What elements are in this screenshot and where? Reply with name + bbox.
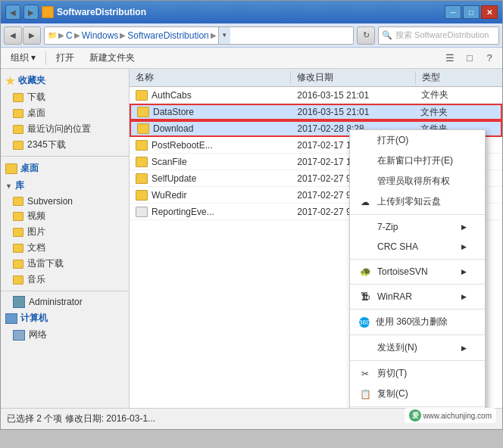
ctx-sep-1: [350, 214, 485, 215]
sidebar-item-subversion[interactable]: Subversion: [1, 194, 129, 208]
sidebar-item-music[interactable]: 音乐: [1, 272, 129, 288]
col-header-date[interactable]: 修改日期: [291, 71, 415, 84]
file-date-1: 2016-03-15 21:01: [292, 107, 415, 117]
sidebar-item-2345[interactable]: 2345下载: [1, 137, 129, 153]
section-arrow-library: ▼: [5, 182, 12, 190]
context-menu: 打开(O) 在新窗口中打开(E) 管理员取得所有权 ☁ 上传到零知云盘: [349, 129, 486, 408]
computer-section[interactable]: 计算机: [1, 310, 129, 327]
table-row[interactable]: AuthCabs 2016-03-15 21:01 文件夹: [130, 87, 502, 104]
ctx-sep-6: [350, 360, 485, 361]
ctx-upload-cloud[interactable]: ☁ 上传到零知云盘: [350, 191, 485, 212]
library-label: 库: [15, 179, 24, 192]
folder-icon-5: [136, 173, 148, 184]
file-date-0: 2016-03-15 21:01: [291, 90, 415, 101]
forward-button[interactable]: ▶: [23, 26, 41, 45]
breadcrumb-softwaredist[interactable]: SoftwareDistribution: [127, 30, 208, 41]
folder-icon-recent: [13, 125, 23, 134]
close-button[interactable]: ✕: [481, 5, 498, 19]
sidebar-item-desktop-fav[interactable]: 桌面: [1, 105, 129, 121]
sidebar-label-2345: 2345下载: [27, 138, 66, 151]
ctx-crc-label: CRC SHA: [377, 241, 418, 252]
ctx-sep-7: [350, 406, 485, 407]
ctx-cut[interactable]: ✂ 剪切(T): [350, 363, 485, 384]
search-bar[interactable]: 🔍 搜索 SoftwareDistribution: [378, 26, 499, 45]
sidebar-item-recent[interactable]: 最近访问的位置: [1, 121, 129, 137]
organize-button[interactable]: 组织 ▾: [5, 49, 41, 67]
file-type-1: 文件夹: [414, 106, 501, 119]
watermark-text: www.aichunjing.com: [423, 412, 492, 420]
search-icon: 🔍: [382, 30, 392, 40]
sidebar-item-pictures[interactable]: 图片: [1, 224, 129, 240]
ctx-send-to[interactable]: 发送到(N): [350, 338, 485, 358]
breadcrumb-windows[interactable]: Windows: [82, 30, 119, 41]
main-window: ◀ ▶ SoftwareDistribution ─ □ ✕ ◀ ▶ 📁 ▶ C…: [0, 0, 503, 430]
help-button[interactable]: ?: [481, 50, 498, 67]
ctx-360-icon: 360: [359, 317, 370, 328]
ctx-copy-label: 复制(C): [377, 387, 408, 400]
refresh-button[interactable]: ↻: [357, 26, 375, 45]
computer-label: 计算机: [20, 312, 48, 325]
sidebar-divider-1: [1, 156, 129, 157]
window-title: SoftwareDistribution: [57, 7, 146, 17]
breadcrumb-sep1: ▶: [58, 31, 64, 39]
ctx-open-new-icon: [359, 155, 371, 167]
ctx-7zip-label: 7-Zip: [377, 222, 398, 232]
view-toggle-button[interactable]: ☰: [442, 50, 458, 67]
file-name-0: AuthCabs: [130, 90, 291, 101]
nav-back-btn[interactable]: ◀: [5, 5, 20, 20]
ctx-cloud-label: 上传到零知云盘: [377, 195, 441, 208]
open-button[interactable]: 打开: [51, 49, 80, 67]
network-icon: [13, 330, 25, 341]
new-folder-button[interactable]: 新建文件夹: [84, 49, 140, 67]
folder-icon-4: [136, 157, 148, 167]
back-button[interactable]: ◀: [4, 26, 22, 45]
ctx-open[interactable]: 打开(O): [350, 130, 485, 151]
breadcrumb-dropdown[interactable]: ▼: [218, 27, 230, 44]
ctx-open-icon: [359, 135, 371, 147]
sidebar-item-docs[interactable]: 文档: [1, 240, 129, 256]
file-name-4: ScanFile: [130, 157, 291, 167]
ctx-admin-own[interactable]: 管理员取得所有权: [350, 171, 485, 191]
ctx-admin-label: 管理员取得所有权: [377, 175, 450, 188]
file-name-7: ReportingEve...: [130, 207, 291, 217]
sidebar-item-video[interactable]: 视频: [1, 208, 129, 224]
folder-icon-2345: [13, 141, 23, 150]
desktop-label: 桌面: [20, 162, 39, 175]
breadcrumb-c[interactable]: C: [66, 30, 73, 41]
folder-icon-pictures: [13, 228, 23, 237]
sidebar-item-download[interactable]: 下载: [1, 89, 129, 105]
nav-fwd-btn[interactable]: ▶: [23, 5, 39, 20]
sidebar-item-administrator[interactable]: Administrator: [1, 294, 129, 310]
ctx-crc-icon: [359, 241, 371, 253]
ctx-sendto-icon: [359, 342, 371, 354]
folder-icon-download: [13, 93, 23, 102]
search-placeholder: 搜索 SoftwareDistribution: [395, 30, 489, 41]
sidebar-item-network[interactable]: 网络: [1, 327, 129, 343]
ctx-360-delete[interactable]: 360 使用 360强力删除: [350, 312, 485, 332]
ctx-winrar[interactable]: 🗜 WinRAR: [350, 287, 485, 306]
col-header-name[interactable]: 名称: [130, 71, 291, 84]
sidebar-item-xunlei[interactable]: 迅雷下载: [1, 256, 129, 272]
ctx-7zip[interactable]: 7-Zip: [350, 217, 485, 237]
preview-button[interactable]: □: [461, 50, 478, 67]
favorites-section[interactable]: ★ 收藏夹: [1, 72, 129, 89]
sidebar-label-pictures: 图片: [27, 226, 45, 238]
toolbar-separator-1: [45, 51, 46, 65]
ctx-open-new-window[interactable]: 在新窗口中打开(E): [350, 151, 485, 171]
file-name-3: PostRebootE...: [130, 140, 291, 151]
desktop-section[interactable]: 桌面: [1, 160, 129, 177]
ctx-crc-sha[interactable]: CRC SHA: [350, 237, 485, 257]
col-header-type[interactable]: 类型: [416, 71, 502, 84]
ctx-tortoise[interactable]: 🐢 TortoiseSVN: [350, 262, 485, 282]
ctx-copy[interactable]: 📋 复制(C): [350, 384, 485, 404]
table-row[interactable]: DataStore 2016-03-15 21:01 文件夹: [130, 104, 502, 120]
main-content: ★ 收藏夹 下载 桌面 最近访问的位置 2345下载 桌面: [1, 69, 502, 408]
watermark-logo: 爱: [409, 409, 421, 422]
folder-icon-desktop-fav: [13, 109, 23, 118]
breadcrumb-sep3: ▶: [120, 31, 126, 39]
maximize-button[interactable]: □: [463, 5, 480, 19]
title-bar-left: ◀ ▶ SoftwareDistribution: [5, 5, 146, 20]
minimize-button[interactable]: ─: [445, 5, 461, 19]
library-section[interactable]: ▼ 库: [1, 177, 129, 194]
sidebar: ★ 收藏夹 下载 桌面 最近访问的位置 2345下载 桌面: [1, 69, 130, 408]
